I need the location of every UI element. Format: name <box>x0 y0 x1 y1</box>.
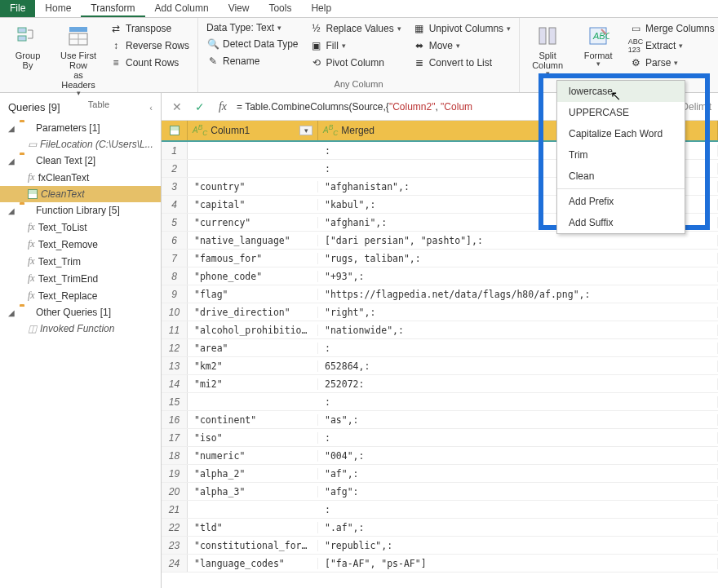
cell[interactable]: "iso" <box>188 432 318 444</box>
cell[interactable]: "https://flagpedia.net/data/flags/h80/af… <box>318 289 718 300</box>
query-item[interactable]: fx fxCleanText <box>0 169 161 186</box>
query-item[interactable]: fx Text_Replace <box>0 287 161 304</box>
pivot-column-button[interactable]: ⟲Pivot Column <box>307 55 405 70</box>
replace-values-button[interactable]: ½Replace Values <box>307 21 405 36</box>
table-row[interactable]: 14 "mi2"252072: <box>162 375 718 393</box>
cell[interactable]: "right",: <box>318 307 718 318</box>
query-item[interactable]: fx Text_Trim <box>0 253 161 270</box>
cell[interactable]: : <box>318 396 718 408</box>
cell[interactable]: "numeric" <box>188 450 318 462</box>
table-row[interactable]: 20 "alpha_3""afg": <box>162 483 718 501</box>
table-row[interactable]: 8"phone_code""+93",: <box>162 267 718 285</box>
query-item[interactable]: fx Text_ToList <box>0 219 161 236</box>
cell[interactable]: "af",: <box>318 468 718 480</box>
menu-add-prefix[interactable]: Add Prefix <box>557 191 685 212</box>
menu-add-suffix[interactable]: Add Suffix <box>557 212 685 233</box>
cell[interactable]: "km2" <box>188 360 318 372</box>
cell[interactable]: : <box>318 432 718 444</box>
cell[interactable]: "phone_code" <box>188 271 318 282</box>
view-tab[interactable]: View <box>219 0 259 17</box>
cell[interactable]: "afg": <box>318 486 718 497</box>
menu-lowercase[interactable]: lowercase <box>557 81 685 102</box>
folder-item[interactable]: ◢Parameters [1] <box>0 120 161 136</box>
cell[interactable]: "republic",: <box>318 540 718 551</box>
table-row[interactable]: 6"native_language"["dari persian", "pash… <box>162 232 718 250</box>
cell[interactable]: "country" <box>188 181 318 192</box>
cell[interactable]: "mi2" <box>188 378 318 390</box>
query-item[interactable]: CleanText <box>0 186 161 202</box>
convert-to-list-button[interactable]: ≣Convert to List <box>410 55 514 70</box>
count-rows-button[interactable]: ≡Count Rows <box>106 55 193 70</box>
column-filter-icon[interactable]: ▾ <box>299 126 312 135</box>
help-tab[interactable]: Help <box>301 0 341 17</box>
table-row[interactable]: 9"flag""https://flagpedia.net/data/flags… <box>162 285 718 303</box>
cell[interactable]: "famous_for" <box>188 253 318 264</box>
cell[interactable]: "currency" <box>188 217 318 228</box>
table-row[interactable]: 12"area": <box>162 339 718 357</box>
cell[interactable]: "rugs, taliban",: <box>318 253 718 264</box>
cell[interactable]: 252072: <box>318 378 718 390</box>
fill-button[interactable]: ▣Fill <box>307 38 405 53</box>
unpivot-button[interactable]: ▦Unpivot Columns <box>410 21 514 36</box>
table-row[interactable]: 18 "numeric""004",: <box>162 447 718 465</box>
accept-formula-button[interactable]: ✓ <box>191 98 209 116</box>
table-row[interactable]: 19 "alpha_2""af",: <box>162 465 718 483</box>
split-column-button[interactable]: Split Column <box>525 21 570 78</box>
cell[interactable]: "drive_direction" <box>188 307 318 318</box>
data-type-button[interactable]: Data Type: Text <box>203 21 302 34</box>
cell[interactable]: ["dari persian", "pashto"],: <box>318 235 718 246</box>
cell[interactable]: "constitutional_form" <box>188 540 318 551</box>
cell[interactable]: 652864,: <box>318 360 718 372</box>
folder-item[interactable]: ◢Clean Text [2] <box>0 153 161 169</box>
group-by-button[interactable]: Group By <box>5 21 51 70</box>
query-item[interactable]: ▭ FileLocation (C:\Users\L... <box>0 136 161 153</box>
cell[interactable]: ["fa-AF", "ps-AF"] <box>318 558 718 569</box>
grid-corner[interactable] <box>162 121 188 140</box>
cell[interactable]: "nationwide",: <box>318 325 718 336</box>
cell[interactable]: "language_codes" <box>188 558 318 569</box>
table-row[interactable]: 16"continent""as",: <box>162 411 718 429</box>
menu-capitalize[interactable]: Capitalize Each Word <box>557 123 685 144</box>
cell[interactable]: : <box>318 504 718 515</box>
query-item[interactable]: ◫ Invoked Function <box>0 321 161 337</box>
table-row[interactable]: 23"constitutional_form""republic",: <box>162 537 718 555</box>
column-header-1[interactable]: ABCColumn1▾ <box>188 121 318 140</box>
cell[interactable]: "alpha_2" <box>188 468 318 480</box>
table-row[interactable]: 11"alcohol_prohibition""nationwide",: <box>162 321 718 339</box>
table-row[interactable]: 15: <box>162 393 718 411</box>
query-item[interactable]: fx Text_TrimEnd <box>0 270 161 287</box>
menu-uppercase[interactable]: UPPERCASE <box>557 102 685 123</box>
folder-item[interactable]: ◢Function Library [5] <box>0 202 161 219</box>
table-row[interactable]: 17"iso": <box>162 429 718 447</box>
cell[interactable]: : <box>318 343 718 354</box>
table-row[interactable]: 10"drive_direction""right",: <box>162 303 718 321</box>
add-column-tab[interactable]: Add Column <box>145 0 219 17</box>
tools-tab[interactable]: Tools <box>259 0 301 17</box>
cell[interactable]: "004",: <box>318 450 718 462</box>
cell[interactable]: "capital" <box>188 199 318 210</box>
reverse-rows-button[interactable]: ↕Reverse Rows <box>106 38 193 53</box>
folder-item[interactable]: ◢Other Queries [1] <box>0 304 161 321</box>
parse-button[interactable]: ⚙Parse <box>626 55 718 70</box>
cell[interactable]: ".af",: <box>318 522 718 533</box>
menu-trim[interactable]: Trim <box>557 144 685 166</box>
cell[interactable]: "+93",: <box>318 271 718 282</box>
rename-button[interactable]: ✎Rename <box>203 54 302 69</box>
cell[interactable]: "tld" <box>188 522 318 533</box>
menu-clean[interactable]: Clean <box>557 166 685 187</box>
cell[interactable]: "native_language" <box>188 235 318 246</box>
table-row[interactable]: 13 "km2"652864,: <box>162 357 718 375</box>
file-tab[interactable]: File <box>0 0 35 17</box>
cell[interactable]: "alpha_3" <box>188 486 318 497</box>
table-row[interactable]: 24"language_codes"["fa-AF", "ps-AF"] <box>162 555 718 573</box>
format-button[interactable]: ABC Format <box>575 21 621 69</box>
detect-data-type-button[interactable]: 🔍Detect Data Type <box>203 37 302 51</box>
cell[interactable]: "alcohol_prohibition" <box>188 325 318 336</box>
cell[interactable]: "as",: <box>318 414 718 426</box>
extract-button[interactable]: ABC123Extract <box>626 38 718 53</box>
first-row-headers-button[interactable]: Use First Row as Headers <box>55 21 101 98</box>
cell[interactable]: "area" <box>188 343 318 354</box>
cell[interactable]: "continent" <box>188 414 318 426</box>
query-item[interactable]: fx Text_Remove <box>0 236 161 253</box>
cell[interactable]: "flag" <box>188 289 318 300</box>
